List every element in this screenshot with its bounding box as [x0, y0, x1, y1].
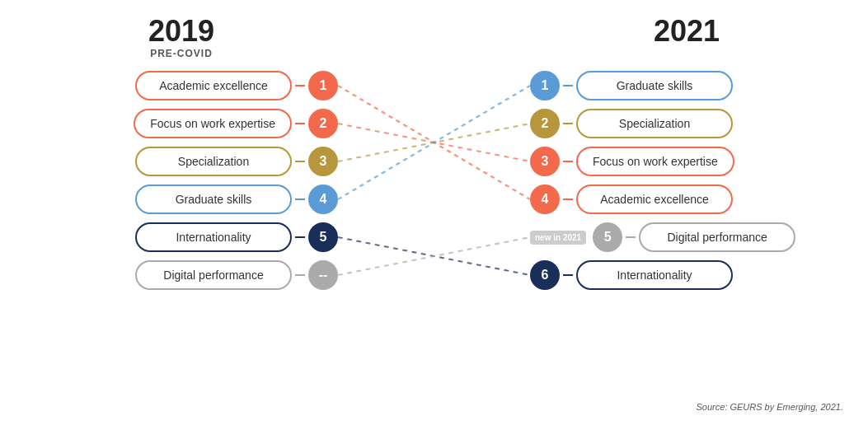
- left-label-box: Specialization: [135, 147, 292, 176]
- dash-right: [563, 123, 573, 124]
- right-column: 2021 1 Graduate skills 2 Specialization …: [530, 16, 843, 298]
- left-label-box: Focus on work expertise: [134, 109, 292, 138]
- dash-left: [295, 236, 305, 238]
- dash-right: [563, 85, 573, 86]
- right-circle: 4: [530, 184, 560, 214]
- left-label-box: Academic excellence: [135, 71, 292, 100]
- right-item: new in 2021 5 Digital performance: [530, 222, 843, 252]
- left-label-box: Digital performance: [135, 260, 292, 290]
- left-circle: 2: [308, 109, 338, 138]
- right-item: 6 Internationality: [530, 260, 843, 290]
- left-item: Graduate skills 4: [25, 184, 338, 214]
- new-badge: new in 2021: [530, 231, 586, 245]
- dash-left: [295, 198, 305, 200]
- dash-left: [295, 274, 305, 276]
- right-circle: 6: [530, 260, 560, 290]
- left-circle: --: [308, 260, 338, 290]
- main-container: 2019 PRE-COVID Academic excellence 1 Foc…: [0, 0, 868, 425]
- left-item: Internationality 5: [25, 222, 338, 252]
- right-item: 3 Focus on work expertise: [530, 147, 843, 176]
- right-title: 2021: [654, 16, 720, 46]
- connector-area: [338, 66, 530, 412]
- left-item: Digital performance --: [25, 260, 338, 290]
- dash-left: [295, 161, 305, 162]
- right-item: 2 Specialization: [530, 109, 843, 138]
- dash-left: [295, 85, 305, 86]
- connector-svg: [338, 66, 530, 412]
- left-circle: 3: [308, 147, 338, 176]
- right-circle: 2: [530, 109, 560, 138]
- right-item: 4 Academic excellence: [530, 184, 843, 214]
- left-circle: 4: [308, 184, 338, 214]
- left-label-box: Graduate skills: [135, 184, 292, 214]
- left-title: 2019: [148, 16, 214, 46]
- left-column: 2019 PRE-COVID Academic excellence 1 Foc…: [25, 16, 338, 298]
- right-label-box: Focus on work expertise: [576, 147, 734, 176]
- right-circle: 5: [593, 222, 622, 252]
- source-text: Source: GEURS by Emerging, 2021.: [696, 402, 843, 412]
- right-circle: 3: [530, 147, 560, 176]
- right-label-box: Specialization: [576, 109, 733, 138]
- left-circle: 5: [308, 222, 338, 252]
- left-subtitle: PRE-COVID: [150, 48, 213, 59]
- dash-right: [626, 236, 636, 238]
- right-label-box: Academic excellence: [576, 184, 733, 214]
- left-item: Focus on work expertise 2: [25, 109, 338, 138]
- left-item: Specialization 3: [25, 147, 338, 176]
- dash-right: [563, 161, 573, 162]
- left-item: Academic excellence 1: [25, 71, 338, 100]
- dash-right: [563, 274, 573, 276]
- dash-right: [563, 198, 573, 200]
- left-circle: 1: [308, 71, 338, 100]
- right-label-box: Internationality: [576, 260, 733, 290]
- right-label-box: Digital performance: [639, 222, 795, 252]
- left-label-box: Internationality: [135, 222, 292, 252]
- right-circle: 1: [530, 71, 560, 100]
- right-item: 1 Graduate skills: [530, 71, 843, 100]
- right-label-box: Graduate skills: [576, 71, 733, 100]
- dash-left: [295, 123, 305, 124]
